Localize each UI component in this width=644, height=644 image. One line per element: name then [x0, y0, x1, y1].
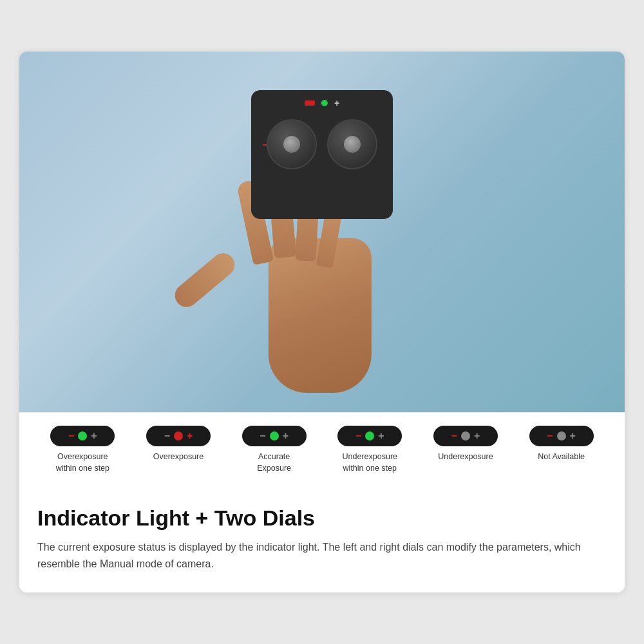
led-minus-1: −: [68, 431, 74, 441]
led-plus-3: +: [283, 431, 289, 441]
device-dials: [267, 119, 377, 169]
device-indicator-red: [305, 100, 315, 106]
device-indicator-plus: +: [334, 98, 339, 108]
led-label-4: Underexposurewithin one step: [343, 451, 397, 474]
device-top-bar: +: [305, 98, 339, 108]
indicator-item-underexposure: − + Underexposure: [427, 426, 504, 463]
led-badge-underexposure-within-step: − +: [337, 426, 402, 446]
text-section: Indicator Light + Two Dials The current …: [19, 489, 625, 592]
led-label-1: Overexposurewithin one step: [56, 451, 109, 474]
led-badge-underexposure: − +: [433, 426, 498, 446]
led-label-5: Underexposure: [438, 451, 493, 463]
led-dot-1: [78, 431, 87, 440]
led-badge-not-available: − +: [529, 426, 594, 446]
led-minus-2: −: [164, 431, 170, 441]
led-badge-overexposure-within-step: − +: [50, 426, 115, 446]
main-description: The current exposure status is displayed…: [37, 539, 607, 573]
exposure-meter-device: +: [251, 90, 393, 219]
thumb: [170, 249, 239, 312]
product-photo: +: [19, 52, 625, 412]
led-plus-5: +: [474, 431, 480, 441]
led-badge-overexposure: − +: [146, 426, 211, 446]
indicator-item-underexposure-within-step: − + Underexposurewithin one step: [331, 426, 408, 474]
indicator-item-accurate-exposure: − + AccurateExposure: [236, 426, 313, 474]
hand-device-illustration: +: [167, 71, 477, 393]
led-dot-3: [270, 431, 279, 440]
led-plus-4: +: [378, 431, 384, 441]
indicators-row: − + Overexposurewithin one step − + Over…: [35, 426, 609, 474]
dial-left-red-line: [263, 144, 267, 146]
led-label-2: Overexposure: [153, 451, 204, 463]
led-minus-3: −: [260, 431, 265, 441]
led-label-3: AccurateExposure: [257, 451, 291, 474]
led-plus-6: +: [570, 431, 576, 441]
led-dot-6: [557, 431, 566, 440]
led-badge-accurate-exposure: − +: [242, 426, 307, 446]
led-label-6: Not Available: [538, 451, 585, 463]
indicator-section: − + Overexposurewithin one step − + Over…: [19, 412, 625, 489]
dial-left: [267, 119, 317, 169]
indicator-item-not-available: − + Not Available: [523, 426, 600, 463]
led-minus-6: −: [547, 431, 553, 441]
dial-right: [327, 119, 377, 169]
indicator-item-overexposure-within-step: − + Overexposurewithin one step: [44, 426, 121, 474]
led-plus-2: +: [187, 431, 193, 441]
led-dot-5: [461, 431, 470, 440]
led-minus-4: −: [355, 431, 361, 441]
led-minus-5: −: [451, 431, 457, 441]
led-dot-4: [365, 431, 374, 440]
led-dot-2: [174, 431, 183, 440]
device-indicator-green: [321, 100, 328, 106]
product-card: +: [19, 52, 625, 592]
indicator-item-overexposure: − + Overexposure: [140, 426, 217, 463]
main-title: Indicator Light + Two Dials: [37, 505, 607, 531]
led-plus-1: +: [91, 431, 97, 441]
